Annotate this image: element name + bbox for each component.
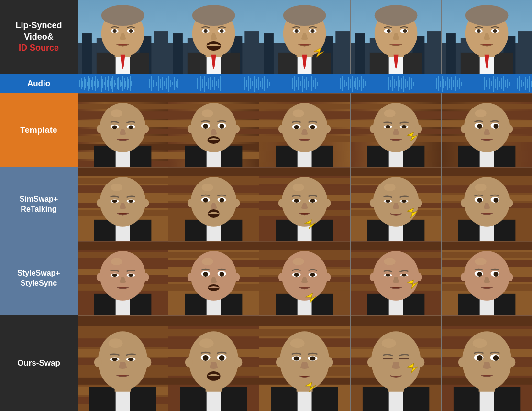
svg-rect-707 <box>168 315 259 326</box>
svg-point-783 <box>458 357 466 367</box>
svg-point-621 <box>202 258 213 265</box>
svg-point-644 <box>310 273 315 277</box>
svg-point-551 <box>310 199 315 203</box>
svg-point-439 <box>203 124 208 129</box>
svg-rect-18 <box>173 33 183 74</box>
svg-point-584 <box>464 177 510 227</box>
svg-point-640 <box>293 258 304 265</box>
svg-point-458 <box>294 125 299 129</box>
oursswap-row <box>78 315 532 411</box>
svg-point-492 <box>475 109 487 117</box>
styleswap-frame-5 <box>442 241 532 315</box>
simswap-frame-5 <box>442 167 532 241</box>
svg-rect-67 <box>446 33 456 74</box>
svg-point-510 <box>111 184 122 191</box>
lipsync-frame-5 <box>442 0 532 74</box>
svg-point-585 <box>475 184 487 191</box>
svg-point-550 <box>294 199 299 203</box>
svg-rect-424 <box>168 93 259 102</box>
svg-point-516 <box>142 199 149 207</box>
simswap-text1: SimSwap+ <box>20 195 58 205</box>
svg-rect-35 <box>264 33 274 74</box>
svg-point-627 <box>188 273 194 281</box>
svg-point-478 <box>369 125 376 133</box>
svg-point-625 <box>220 272 224 277</box>
label-lipsync: Lip-Synced Video& ID Source <box>0 0 78 74</box>
svg-point-645 <box>278 273 285 281</box>
oursswap-frame-1 <box>78 315 168 411</box>
svg-point-784 <box>508 357 515 367</box>
template-frame-3 <box>259 93 350 167</box>
svg-rect-755 <box>388 391 403 411</box>
svg-rect-556 <box>351 167 441 176</box>
svg-rect-482 <box>442 93 532 102</box>
svg-point-646 <box>324 273 331 281</box>
svg-point-460 <box>278 125 285 133</box>
lipsync-frame-4 <box>351 0 442 74</box>
svg-point-620 <box>191 251 237 301</box>
svg-point-535 <box>233 199 240 207</box>
svg-point-570 <box>401 200 406 203</box>
svg-point-421 <box>97 125 103 133</box>
svg-point-546 <box>282 177 328 227</box>
svg-point-419 <box>112 126 117 129</box>
svg-point-461 <box>324 125 331 133</box>
svg-point-682 <box>493 272 498 277</box>
svg-point-705 <box>144 357 151 367</box>
svg-rect-696 <box>116 391 130 411</box>
lipsync-text2: Video& <box>24 32 54 43</box>
svg-point-528 <box>202 184 213 191</box>
svg-point-13 <box>113 29 117 33</box>
svg-point-422 <box>142 125 149 133</box>
svg-point-603 <box>111 258 122 265</box>
svg-rect-715 <box>207 391 221 411</box>
styleswap-row <box>78 241 532 315</box>
svg-point-589 <box>493 198 498 203</box>
svg-point-722 <box>219 355 225 361</box>
svg-point-479 <box>415 125 422 133</box>
svg-point-415 <box>100 103 146 152</box>
svg-point-527 <box>191 177 237 227</box>
lipsync-row <box>78 0 532 74</box>
svg-point-436 <box>202 109 213 117</box>
svg-rect-593 <box>78 241 168 250</box>
svg-point-639 <box>282 251 328 301</box>
svg-point-571 <box>369 199 376 207</box>
svg-rect-518 <box>168 167 259 176</box>
svg-point-534 <box>188 199 194 207</box>
svg-point-764 <box>417 357 424 367</box>
svg-point-531 <box>203 198 208 203</box>
svg-point-683 <box>461 273 467 281</box>
label-template: Template <box>0 93 78 167</box>
svg-rect-21 <box>245 31 259 74</box>
label-styleswap: StyleSwap+ StyleSync <box>0 241 78 315</box>
svg-rect-649 <box>351 241 441 250</box>
simswap-frame-1 <box>78 167 168 241</box>
svg-rect-575 <box>442 167 532 176</box>
svg-point-624 <box>203 272 208 277</box>
svg-point-741 <box>294 357 299 361</box>
svg-rect-445 <box>259 93 350 102</box>
svg-rect-611 <box>168 241 259 250</box>
label-oursswap: Ours-Swap <box>0 315 78 411</box>
svg-rect-5 <box>154 31 168 74</box>
svg-point-509 <box>100 177 146 227</box>
svg-point-703 <box>128 358 134 361</box>
svg-point-723 <box>207 371 221 381</box>
simswap-frame-4 <box>351 167 442 241</box>
styleswap-frame-4 <box>351 241 442 315</box>
svg-point-75 <box>466 5 509 26</box>
svg-point-699 <box>109 338 123 348</box>
svg-point-590 <box>461 199 467 207</box>
svg-point-664 <box>369 273 376 281</box>
svg-point-472 <box>373 103 419 152</box>
svg-point-42 <box>283 5 326 26</box>
svg-rect-767 <box>442 315 532 326</box>
svg-point-658 <box>373 251 419 301</box>
oursswap-frame-4 <box>351 315 442 411</box>
svg-point-553 <box>324 199 331 207</box>
svg-point-717 <box>189 331 239 390</box>
svg-rect-537 <box>259 167 350 176</box>
svg-point-498 <box>506 125 513 133</box>
svg-rect-747 <box>351 315 441 326</box>
